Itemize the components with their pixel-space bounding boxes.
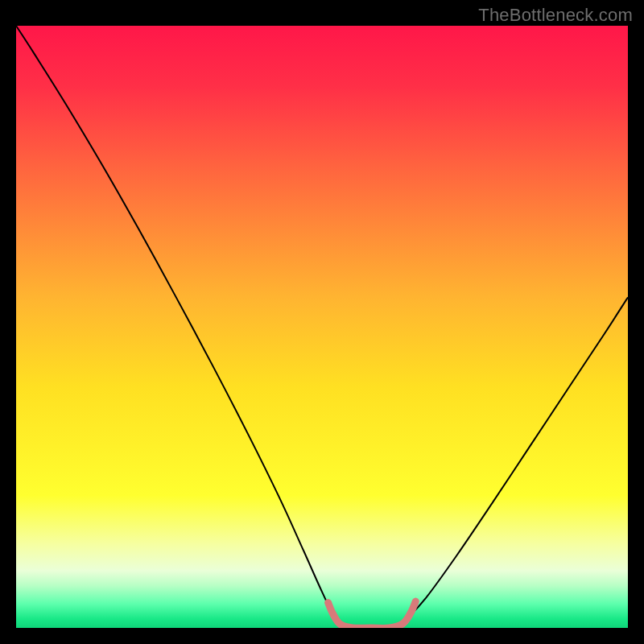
watermark-text: TheBottleneck.com — [478, 5, 633, 26]
gradient-background — [16, 26, 628, 628]
bottleneck-chart — [16, 26, 628, 628]
chart-frame: TheBottleneck.com — [0, 0, 644, 644]
plot-area — [16, 26, 628, 628]
